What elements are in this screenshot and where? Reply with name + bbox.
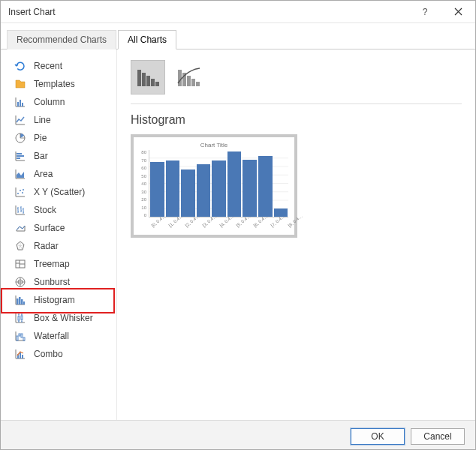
chart-preview[interactable]: Chart Title 80706050403020100 [0, 0.4…[1… [131,134,297,238]
chart-type-label: Line [34,115,51,125]
chart-type-combo[interactable]: Combo [10,345,116,363]
y-tick: 10 [140,206,146,210]
chart-type-area[interactable]: Area [10,165,116,183]
chart-type-histogram[interactable]: Histogram [10,291,116,309]
waterfall-icon [14,330,26,342]
y-tick: 70 [140,158,146,163]
chart-type-bar[interactable]: Bar [10,147,116,165]
close-button[interactable] [441,1,475,23]
x-tick: [8, 0.4… [287,214,303,228]
svg-rect-20 [21,316,23,320]
svg-point-10 [22,192,23,194]
svg-rect-18 [23,302,25,304]
chart-title: Chart Title [140,142,288,148]
chart-type-sunburst[interactable]: Sunburst [10,273,116,291]
chart-plot-area: 80706050403020100 [140,150,288,218]
stock-icon [14,204,26,216]
chart-type-column[interactable]: Column [10,93,116,111]
window-title: Insert Chart [8,7,408,17]
y-tick: 30 [140,190,146,194]
chart-type-label: Surface [34,223,65,233]
svg-point-9 [20,190,21,191]
svg-rect-19 [18,316,20,320]
chart-type-label: Recent [34,61,62,71]
plot [149,150,288,218]
chart-type-templates[interactable]: Templates [10,75,116,93]
column-icon [14,96,26,108]
treemap-icon [14,258,26,270]
chart-type-radar[interactable]: Radar [10,237,116,255]
svg-point-8 [17,193,19,194]
svg-rect-30 [146,76,150,86]
chart-type-label: Waterfall [34,331,69,341]
main-panel: Histogram Chart Title 80706050403020100 … [117,50,475,420]
chart-type-label: Area [34,169,53,179]
bar-icon [14,150,26,162]
chart-type-label: X Y (Scatter) [34,187,85,197]
svg-rect-3 [22,103,23,106]
chart-bar [150,162,164,217]
chart-type-stock[interactable]: Stock [10,201,116,219]
chart-type-label: Pie [34,133,47,143]
chart-type-recent[interactable]: Recent [10,57,116,75]
chart-type-scatter[interactable]: X Y (Scatter) [10,183,116,201]
help-button[interactable]: ? [408,1,441,23]
chart-bar [166,160,180,217]
cancel-button[interactable]: Cancel [411,428,465,445]
chart-bar [227,152,242,217]
chart-bar [197,164,211,217]
recent-icon [14,60,26,72]
svg-rect-1 [17,102,19,106]
chart-type-label: Histogram [34,295,75,305]
button-label: OK [371,431,384,442]
chart-type-label: Sunburst [34,277,70,287]
tab-all-charts[interactable]: All Charts [118,30,176,50]
chart-type-waterfall[interactable]: Waterfall [10,327,116,345]
chart-type-label: Templates [34,79,75,89]
chart-bar [243,160,257,217]
templates-icon [14,78,26,90]
dialog-footer: OK Cancel [1,420,475,450]
tab-label: Recommended Charts [17,34,107,45]
chart-bar [258,156,273,217]
combo-icon [14,348,26,360]
svg-rect-17 [21,299,23,304]
ok-button[interactable]: OK [351,428,405,445]
svg-point-11 [23,189,24,190]
box-whisker-icon [14,312,26,324]
chart-subtype-row [131,60,462,104]
svg-rect-27 [22,355,23,358]
svg-rect-7 [17,158,20,159]
svg-rect-36 [191,79,195,86]
svg-rect-35 [187,76,191,86]
y-tick: 40 [140,182,146,186]
area-icon [14,168,26,180]
chart-type-pie[interactable]: Pie [10,129,116,147]
dialog-content: Recent Templates Column Line [1,50,475,420]
chart-type-surface[interactable]: Surface [10,219,116,237]
chart-type-label: Radar [34,241,59,251]
scatter-icon [14,186,26,198]
surface-icon [14,222,26,234]
tab-strip: Recommended Charts All Charts [1,23,475,50]
y-tick: 80 [140,150,146,154]
subtype-histogram[interactable] [131,60,165,94]
chart-type-label: Stock [34,205,56,215]
svg-rect-6 [17,155,24,157]
chart-type-label: Combo [34,349,63,359]
subtype-pareto[interactable] [171,60,206,94]
chart-type-treemap[interactable]: Treemap [10,255,116,273]
tab-recommended-charts[interactable]: Recommended Charts [7,30,116,50]
chart-type-line[interactable]: Line [10,111,116,129]
svg-rect-26 [20,352,21,358]
chart-type-box-whisker[interactable]: Box & Whisker [10,309,116,327]
chart-type-label: Box & Whisker [34,313,93,323]
svg-rect-32 [155,82,159,86]
y-tick: 0 [140,213,146,218]
svg-rect-23 [21,334,23,338]
svg-rect-31 [151,79,155,86]
chart-type-label: Bar [34,151,48,161]
line-icon [14,114,26,126]
chart-type-label: Treemap [34,259,70,269]
svg-rect-29 [142,73,146,86]
